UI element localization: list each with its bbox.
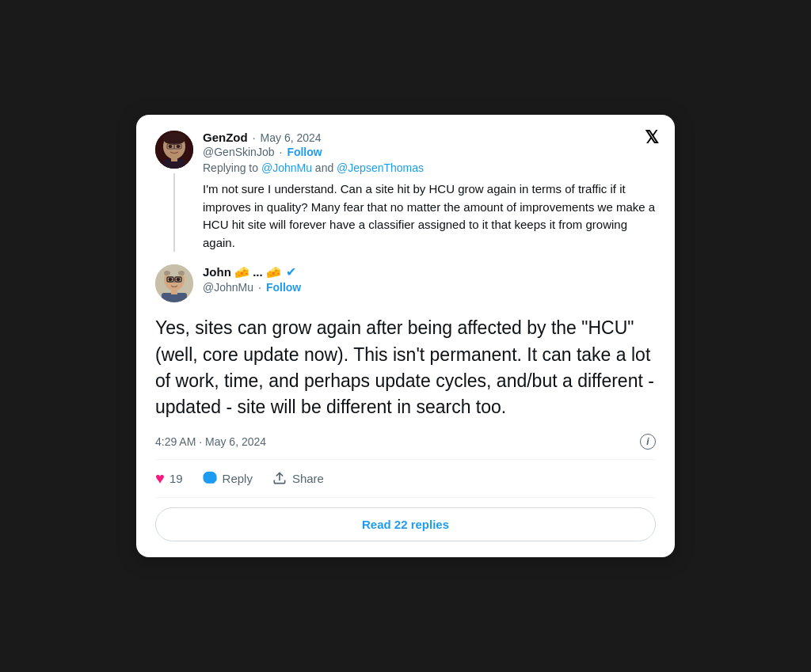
timestamp-row: 4:29 AM · May 6, 2024 i — [155, 434, 656, 450]
reply-button[interactable]: Reply — [202, 470, 253, 486]
reply-handle-row: @GenSkinJob · Follow — [203, 146, 656, 158]
genzod-avatar — [155, 131, 193, 169]
reply-bubble-icon — [202, 470, 218, 486]
main-tweet-author-section: John 🧀 ... 🧀 ✔ @JohnMu · Follow — [155, 264, 656, 302]
replying-to-text: Replying to @JohnMu and @JepsenThomas — [203, 161, 656, 174]
thread-line — [173, 173, 175, 252]
main-tweet-author-info: John 🧀 ... 🧀 ✔ @JohnMu · Follow — [203, 264, 656, 302]
reply-tweet-section: GenZod · May 6, 2024 @GenSkinJob · Follo… — [155, 131, 656, 252]
main-handle: @JohnMu — [203, 281, 253, 294]
read-replies-button[interactable]: Read 22 replies — [155, 507, 656, 541]
main-follow-button[interactable]: Follow — [266, 281, 301, 294]
like-count: 19 — [169, 472, 183, 485]
action-row: ♥ 19 Reply Share — [155, 459, 656, 498]
heart-icon: ♥ — [155, 469, 165, 488]
reply-handle: @GenSkinJob — [203, 146, 274, 158]
verified-badge-icon: ✔ — [286, 264, 296, 279]
info-icon[interactable]: i — [640, 434, 656, 450]
main-username: John 🧀 ... 🧀 — [203, 265, 281, 279]
dot-sep2: · — [279, 146, 282, 158]
svg-point-17 — [177, 278, 181, 281]
tweet-card: 𝕏 — [136, 115, 675, 556]
svg-rect-22 — [171, 290, 177, 294]
like-action[interactable]: ♥ 19 — [155, 469, 183, 488]
main-tweet-body: Yes, sites can grow again after being af… — [155, 315, 656, 420]
svg-point-15 — [178, 271, 185, 275]
reply-mention-2[interactable]: @JepsenThomas — [337, 161, 424, 174]
reply-label: Reply — [223, 472, 253, 485]
reply-avatar-column — [155, 131, 193, 252]
reply-follow-button[interactable]: Follow — [287, 146, 322, 158]
share-label: Share — [292, 472, 324, 485]
share-button[interactable]: Share — [272, 470, 324, 486]
x-logo-icon: 𝕏 — [645, 129, 659, 146]
dot-separator: · — [253, 131, 256, 144]
reply-username: GenZod — [203, 131, 248, 144]
svg-point-16 — [169, 278, 173, 281]
reply-body-text: I'm not sure I understand. Can a site hi… — [203, 180, 656, 252]
svg-rect-10 — [155, 131, 193, 169]
reply-date: May 6, 2024 — [261, 131, 322, 144]
main-handle-row: @JohnMu · Follow — [203, 281, 656, 294]
reply-content: GenZod · May 6, 2024 @GenSkinJob · Follo… — [203, 131, 656, 252]
main-tweet-header: John 🧀 ... 🧀 ✔ — [203, 264, 656, 279]
reply-mention-1[interactable]: @JohnMu — [261, 161, 312, 174]
svg-point-14 — [164, 271, 170, 275]
reply-tweet-header: GenZod · May 6, 2024 — [203, 131, 656, 144]
dot-sep3: · — [258, 281, 261, 294]
share-icon — [272, 470, 287, 486]
tweet-timestamp: 4:29 AM · May 6, 2024 — [155, 435, 266, 448]
john-avatar — [155, 264, 193, 302]
